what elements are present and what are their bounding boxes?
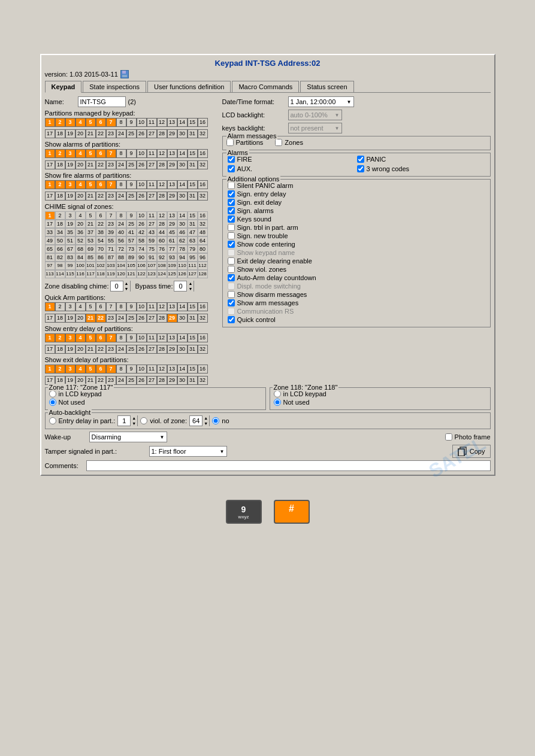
panic-checkbox[interactable] — [357, 156, 364, 163]
zone-disabling-down[interactable]: ▼ — [123, 286, 130, 292]
viol-zone-radio[interactable] — [140, 417, 147, 424]
tamper-row: Tamper signaled in part.: 1: First floor… — [45, 445, 491, 458]
silent-panic-checkbox[interactable] — [228, 182, 235, 189]
name-input[interactable] — [78, 96, 126, 107]
alarm-partitions-checkbox[interactable] — [226, 139, 234, 146]
part-btn-8[interactable]: 8 — [116, 118, 126, 127]
quick-control-label: Quick control — [237, 316, 276, 323]
zone117-in-lcd-radio[interactable] — [49, 390, 56, 397]
tab-state-inspections[interactable]: State inspections — [83, 81, 146, 92]
zone-disabling-spinner[interactable]: 0 ▲ ▼ — [110, 281, 131, 292]
entry-delay-radio[interactable] — [49, 417, 56, 424]
viol-zone-up[interactable]: ▲ — [202, 415, 209, 421]
aux-checkbox[interactable] — [228, 165, 235, 172]
sign-alarms-checkbox[interactable] — [228, 207, 235, 214]
show-fire-alarms-label: Show fire alarms of partitions: — [45, 172, 219, 179]
sign-new-trouble-checkbox[interactable] — [228, 232, 235, 239]
displ-mode-checkbox[interactable] — [228, 283, 235, 290]
viol-zone-label: viol. of zone: — [150, 417, 187, 424]
datetime-row: Date/Time format: 1 Jan, 12:00:00 ▼ — [222, 96, 491, 107]
part-btn-11[interactable]: 11 — [147, 118, 157, 127]
fire-label: FIRE — [237, 156, 252, 163]
viol-zone-spinner[interactable]: 64 ▲ ▼ — [189, 415, 210, 426]
part-btn-1[interactable]: 1 — [45, 118, 55, 127]
tamper-dropdown[interactable]: 1: First floor ▼ — [149, 446, 227, 457]
name-label: Name: — [45, 98, 78, 105]
part-btn-4[interactable]: 4 — [75, 118, 86, 127]
save-icon[interactable] — [120, 70, 129, 78]
part-btn-12[interactable]: 12 — [157, 118, 167, 127]
additional-options-box: Additional options Silent PANIC alarm Si… — [222, 179, 491, 327]
keys-backlight-dropdown[interactable]: not present ▼ — [288, 123, 342, 133]
copy-button[interactable]: Copy — [452, 445, 491, 458]
version-text: version: 1.03 2015-03-11 — [45, 71, 118, 78]
keypad-btn-9[interactable]: 9 wxyz — [226, 500, 262, 524]
part-btn-10[interactable]: 10 — [137, 118, 147, 127]
tab-macro-commands[interactable]: Macro Commands — [232, 81, 299, 92]
tab-status-screen[interactable]: Status screen — [300, 81, 353, 92]
zone118-not-used-radio[interactable] — [274, 399, 281, 406]
zone117-not-used-radio[interactable] — [49, 399, 56, 406]
part-btn-15[interactable]: 15 — [188, 118, 198, 127]
alarm-zones-checkbox[interactable] — [275, 139, 282, 146]
zone118-box: Zone 118: "Zone 118" in LCD keypad Not u… — [270, 387, 491, 410]
exit-delay-clearing-checkbox[interactable] — [228, 257, 235, 265]
entry-delay-down[interactable]: ▼ — [130, 421, 137, 426]
tab-keypad[interactable]: Keypad — [45, 81, 82, 93]
keys-backlight-arrow: ▼ — [335, 126, 340, 131]
sign-exit-delay-checkbox[interactable] — [228, 199, 235, 206]
fire-checkbox[interactable] — [228, 156, 235, 163]
wake-dropdown[interactable]: Disarming ▼ — [89, 432, 167, 442]
part-btn-2[interactable]: 2 — [55, 118, 65, 127]
communication-rs-checkbox[interactable] — [228, 308, 235, 315]
auto-arm-countdown-checkbox[interactable] — [228, 274, 235, 281]
show-entry-delay-label: Show entry delay of partitions: — [45, 325, 219, 332]
bottom-bar: 9 wxyz # 0 — [226, 500, 310, 524]
quick-control-checkbox[interactable] — [228, 316, 235, 323]
show-exit-delay-label: Show exit delay of partitions: — [45, 356, 219, 363]
wrong-codes-checkbox[interactable] — [357, 165, 364, 172]
tab-user-functions[interactable]: User functions definition — [147, 81, 231, 92]
zone-disabling-up[interactable]: ▲ — [123, 281, 130, 286]
part-btn-16[interactable]: 16 — [198, 118, 208, 127]
sign-entry-delay-checkbox[interactable] — [228, 190, 235, 198]
show-arm-messages-checkbox[interactable] — [228, 299, 235, 306]
bypass-time-label: Bypass time: — [135, 283, 173, 290]
part-btn-7[interactable]: 7 — [106, 118, 116, 127]
sign-new-trouble-label: Sign. new trouble — [237, 232, 288, 239]
show-disarm-messages-checkbox[interactable] — [228, 291, 235, 298]
comments-row: Comments: — [45, 460, 491, 471]
part-btn-3[interactable]: 3 — [65, 118, 75, 127]
show-viol-zones-label: Show viol. zones — [237, 266, 287, 273]
no-backlight-radio[interactable] — [212, 417, 219, 424]
viol-zone-down[interactable]: ▼ — [202, 421, 209, 426]
show-code-entering-checkbox[interactable] — [228, 241, 235, 248]
entry-delay-spinner[interactable]: 1 ▲ ▼ — [117, 415, 138, 426]
keys-sound-checkbox[interactable] — [228, 215, 235, 223]
additional-options-title: Additional options — [226, 175, 281, 183]
entry-delay-up[interactable]: ▲ — [130, 415, 137, 421]
comments-input[interactable] — [86, 460, 491, 471]
bypass-time-down[interactable]: ▼ — [186, 286, 194, 292]
part-btn-13[interactable]: 13 — [167, 118, 177, 127]
datetime-dropdown[interactable]: 1 Jan, 12:00:00 ▼ — [288, 96, 354, 107]
show-viol-zones-checkbox[interactable] — [228, 266, 235, 273]
photo-frame-row: Photo frame — [445, 433, 491, 441]
bypass-time-spinner[interactable]: 0 ▲ ▼ — [174, 281, 194, 292]
part-btn-5[interactable]: 5 — [86, 118, 96, 127]
keypad-btn-hash[interactable]: # 0 — [274, 500, 310, 524]
displ-mode-label: Displ. mode switching — [237, 283, 301, 290]
part-btn-14[interactable]: 14 — [177, 118, 188, 127]
aux-label: AUX. — [237, 165, 253, 172]
sign-trbl-checkbox[interactable] — [228, 224, 235, 231]
lcd-backlight-dropdown[interactable]: auto 0-100% ▼ — [288, 110, 342, 120]
sign-entry-delay-label: Sign. entry delay — [237, 190, 286, 198]
zone118-in-lcd-radio[interactable] — [274, 390, 281, 397]
bypass-time-up[interactable]: ▲ — [186, 281, 194, 286]
auto-backlight-box: Auto-backlight Entry delay in part.: 1 ▲… — [45, 412, 491, 429]
photo-frame-checkbox[interactable] — [445, 433, 452, 441]
show-keypad-name-checkbox[interactable] — [228, 249, 235, 256]
part-btn-9[interactable]: 9 — [126, 118, 137, 127]
zone-section: Zone 117: "Zone 117" in LCD keypad Not u… — [45, 387, 491, 410]
part-btn-6[interactable]: 6 — [96, 118, 106, 127]
